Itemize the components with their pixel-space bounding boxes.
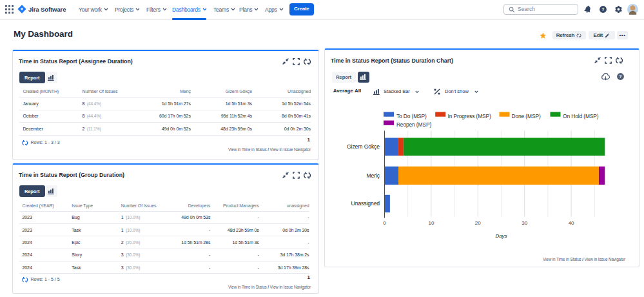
svg-text:0: 0	[383, 220, 386, 226]
svg-text:20: 20	[475, 220, 481, 226]
svg-text:Done (MSP): Done (MSP)	[512, 113, 541, 119]
svg-text:Reopen (MSP): Reopen (MSP)	[396, 121, 432, 128]
svg-text:In Progress (MSP): In Progress (MSP)	[448, 113, 491, 119]
svg-text:Meriç: Meriç	[366, 172, 380, 179]
svg-text:30: 30	[522, 220, 527, 226]
svg-text:40: 40	[569, 220, 574, 226]
svg-text:On Hold (MSP): On Hold (MSP)	[563, 113, 599, 119]
svg-text:Gizem Gökçe: Gizem Gökçe	[347, 143, 380, 150]
svg-text:Unassigned: Unassigned	[351, 200, 380, 207]
svg-text:10: 10	[428, 220, 434, 226]
svg-text:Days: Days	[495, 233, 507, 239]
svg-text:To Do (MSP): To Do (MSP)	[396, 113, 427, 119]
svg-text:?: ?	[601, 6, 604, 11]
